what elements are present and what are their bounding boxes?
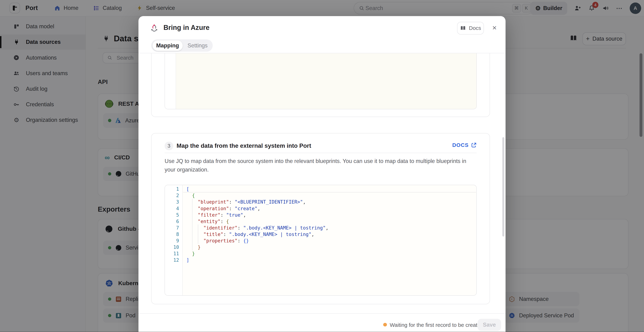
book-icon xyxy=(460,25,466,31)
code-gutter: 123456789101112 xyxy=(165,185,183,295)
app-root: Port Home Catalog Self-service xyxy=(0,0,644,332)
tab-settings[interactable]: Settings xyxy=(184,40,211,50)
webhook-icon xyxy=(150,24,158,32)
modal-docs-label: Docs xyxy=(469,25,481,31)
modal-scrollbar[interactable] xyxy=(502,137,504,237)
close-icon[interactable]: ✕ xyxy=(490,24,498,32)
bring-in-azure-modal: Bring in Azure Docs ✕ Mapping Settings 3… xyxy=(138,16,506,332)
modal-footer-divider xyxy=(138,314,506,314)
section-3-divider xyxy=(164,153,476,153)
section-3-title: Map the data from the external system in… xyxy=(176,142,311,149)
section-docs-link[interactable]: DOCS xyxy=(452,142,476,148)
indent-guide xyxy=(192,199,192,250)
modal-tabs: Mapping Settings xyxy=(151,39,213,52)
docs-link-label: DOCS xyxy=(452,142,469,148)
status-dot-icon xyxy=(383,323,387,327)
modal-docs-button[interactable]: Docs xyxy=(457,22,484,34)
section-3-description: Use JQ to map data from the source syste… xyxy=(164,157,470,174)
section-2-editor-gutter xyxy=(165,53,176,109)
section-2-container xyxy=(151,53,490,117)
jq-mapping-editor[interactable]: 123456789101112 [ { "blueprint": "<BLUEP… xyxy=(164,185,477,296)
code-lines: [ { "blueprint": "<BLUEPRINT_IDENTIFIER>… xyxy=(183,185,476,295)
step-number-badge: 3 xyxy=(164,142,173,150)
tab-mapping[interactable]: Mapping xyxy=(152,40,183,50)
save-button[interactable]: Save xyxy=(478,319,501,331)
footer-status-text: Waiting for the first record to be creat… xyxy=(390,322,483,328)
section-3-container: 3 Map the data from the external system … xyxy=(151,133,490,304)
section-2-editor[interactable] xyxy=(164,53,477,109)
modal-header: Bring in Azure xyxy=(150,24,210,32)
modal-title: Bring in Azure xyxy=(164,24,210,32)
external-link-icon xyxy=(471,142,476,148)
indent-guide xyxy=(198,224,198,244)
